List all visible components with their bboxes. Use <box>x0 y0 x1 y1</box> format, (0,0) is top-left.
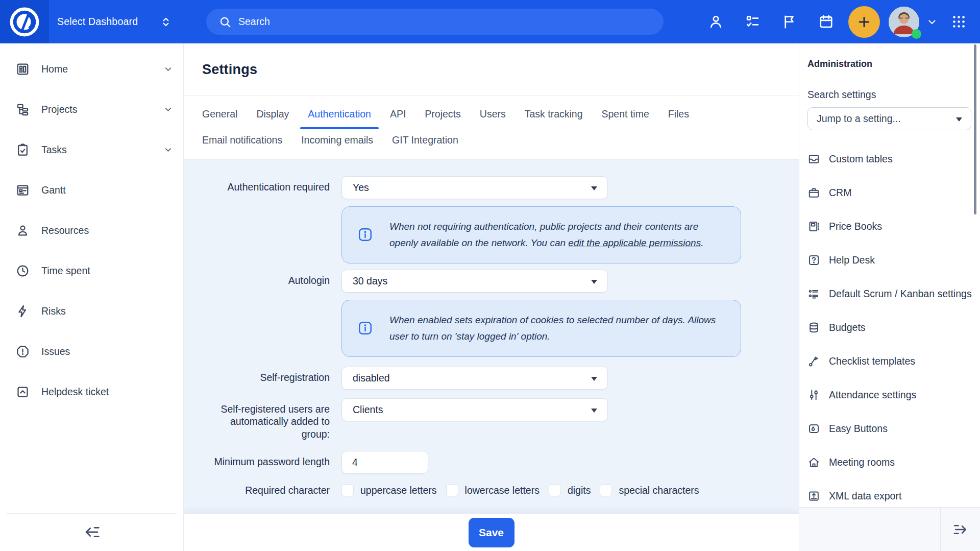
checkbox-label: digits <box>568 485 591 496</box>
sidebar-item-issues[interactable]: Issues <box>0 331 183 372</box>
tab-task-tracking[interactable]: Task tracking <box>525 102 583 127</box>
self-registration-select[interactable]: disabled <box>341 367 608 390</box>
tab-display[interactable]: Display <box>256 102 289 127</box>
admin-item-checklist-templates[interactable]: Checklist templates <box>807 349 972 373</box>
select-value: Clients <box>353 404 383 416</box>
admin-item-label: Attendance settings <box>829 389 916 401</box>
sidebar-item-risks[interactable]: Risks <box>0 291 183 331</box>
checklist-tasks-icon[interactable] <box>745 14 761 30</box>
button-drop-icon <box>807 422 820 435</box>
page-title: Settings <box>202 62 257 78</box>
calendar-icon[interactable] <box>818 14 834 30</box>
online-status-dot <box>912 29 921 39</box>
tab-authentication[interactable]: Authentication <box>308 102 371 127</box>
digits-checkbox[interactable] <box>549 484 561 496</box>
save-button[interactable]: Save <box>469 518 514 547</box>
ticket-chevron-up-icon <box>16 385 30 399</box>
admin-item-meeting-rooms[interactable]: Meeting rooms <box>807 450 972 474</box>
search-input[interactable] <box>238 16 651 28</box>
form-row-autologin: Autologin 30 days <box>202 270 780 293</box>
collapse-sidebar-icon[interactable] <box>82 522 102 542</box>
quick-add-button[interactable] <box>848 6 880 38</box>
top-bar-actions <box>687 0 967 43</box>
sidebar-item-home[interactable]: Home <box>0 49 183 89</box>
info-icon <box>358 227 373 242</box>
admin-item-xml-data-export[interactable]: XML data export <box>807 484 972 508</box>
required-character-options: uppercase letters lowercase letters digi… <box>341 481 699 496</box>
admin-item-easy-buttons[interactable]: Easy Buttons <box>807 417 972 441</box>
page-header: Settings <box>184 43 799 96</box>
info-box-authentication: When not requiring authentication, publi… <box>341 206 741 263</box>
global-search[interactable] <box>206 9 664 35</box>
chevron-down-icon[interactable] <box>163 105 173 114</box>
special-characters-checkbox[interactable] <box>600 484 612 496</box>
dashboard-selector[interactable]: Select Dashboard <box>57 0 173 43</box>
admin-item-price-books[interactable]: Price Books <box>807 214 972 238</box>
admin-item-label: CRM <box>829 187 851 199</box>
admin-item-label: XML data export <box>829 490 901 502</box>
sidebar-item-projects[interactable]: Projects <box>0 89 183 130</box>
chevron-down-icon[interactable] <box>163 64 173 74</box>
admin-item-scrum-kanban-settings[interactable]: Default Scrum / Kanban settings <box>807 282 972 306</box>
sidebar-item-gantt[interactable]: Gantt <box>0 170 183 210</box>
flag-icon[interactable] <box>781 14 797 30</box>
sidebar-item-time-spent[interactable]: Time spent <box>0 251 183 291</box>
uppercase-letters-checkbox[interactable] <box>341 484 354 496</box>
milestone-flag-icon <box>807 355 820 368</box>
dashboard-selector-label: Select Dashboard <box>57 16 138 28</box>
avatar-menu-chevron-icon[interactable] <box>926 16 938 28</box>
checkbox-digits: digits <box>549 484 591 496</box>
sidebar-item-label: Resources <box>41 225 173 236</box>
admin-item-attendance-settings[interactable]: Attendance settings <box>807 383 972 407</box>
question-mark-icon <box>807 254 820 267</box>
tab-row-2: Email notifications Incoming emails GIT … <box>202 127 780 153</box>
min-password-length-input[interactable] <box>341 451 428 474</box>
collapse-right-panel-icon[interactable] <box>940 508 980 551</box>
lowercase-letters-checkbox[interactable] <box>446 484 458 496</box>
form-row-required-characters: Required character uppercase letters low… <box>202 481 780 497</box>
tab-projects[interactable]: Projects <box>425 102 460 127</box>
select-value: Yes <box>353 182 369 194</box>
chevron-down-icon[interactable] <box>163 145 173 155</box>
main-content: Settings General Display Authentication … <box>184 43 799 551</box>
form-row-self-registration: Self-registration disabled <box>202 367 780 390</box>
tab-api[interactable]: API <box>390 102 406 127</box>
auto-group-select[interactable]: Clients <box>341 398 608 421</box>
apps-grid-icon[interactable] <box>951 14 967 30</box>
form-row-auto-group: Self-registered users are automatically … <box>202 398 780 441</box>
tab-files[interactable]: Files <box>668 102 689 127</box>
user-avatar[interactable] <box>889 7 919 37</box>
select-value: disabled <box>353 372 390 384</box>
tab-incoming-emails[interactable]: Incoming emails <box>301 128 373 153</box>
admin-item-custom-tables[interactable]: Custom tables <box>807 147 972 171</box>
sidebar-item-helpdesk-ticket[interactable]: Helpdesk ticket <box>0 372 183 412</box>
drawer-icon <box>807 153 820 165</box>
sidebar-item-label: Tasks <box>41 144 152 156</box>
search-icon <box>218 15 232 29</box>
user-profile-icon[interactable] <box>708 14 724 30</box>
jump-to-setting-select[interactable]: Jump to a setting... <box>807 107 971 130</box>
edit-permissions-link[interactable]: edit the applicable permissions <box>568 237 701 248</box>
app-window: Select Dashboard <box>0 0 980 551</box>
vertical-scrollbar[interactable] <box>974 44 976 214</box>
info-icon <box>358 321 373 336</box>
authentication-required-select[interactable]: Yes <box>341 176 608 199</box>
left-sidebar: Home Projects <box>0 43 184 551</box>
sidebar-item-resources[interactable]: Resources <box>0 210 183 251</box>
admin-item-budgets[interactable]: Budgets <box>807 316 972 340</box>
form-row-authentication-required: Authentication required Yes <box>202 176 780 199</box>
tab-spent-time[interactable]: Spent time <box>602 102 649 127</box>
checkbox-label: special characters <box>619 485 699 496</box>
app-logo[interactable] <box>0 0 49 43</box>
autologin-select[interactable]: 30 days <box>341 270 608 293</box>
admin-item-crm[interactable]: CRM <box>807 181 972 205</box>
tab-users[interactable]: Users <box>480 102 506 127</box>
admin-item-help-desk[interactable]: Help Desk <box>807 248 972 272</box>
tab-git-integration[interactable]: GIT Integration <box>392 128 458 153</box>
sidebar-item-tasks[interactable]: Tasks <box>0 130 183 170</box>
admin-item-label: Custom tables <box>829 153 893 165</box>
tab-general[interactable]: General <box>202 102 237 127</box>
tab-email-notifications[interactable]: Email notifications <box>202 128 282 153</box>
plus-icon <box>856 14 872 30</box>
checkbox-special-characters: special characters <box>600 484 699 496</box>
